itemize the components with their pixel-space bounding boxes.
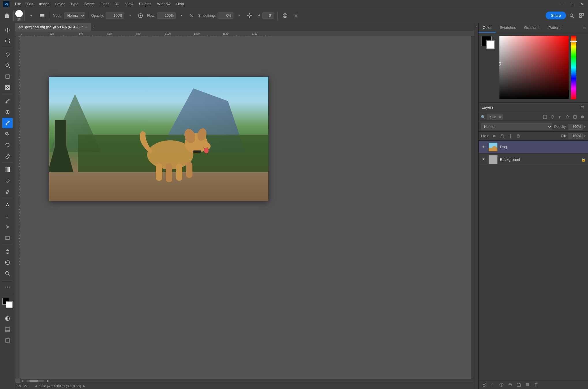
vertical-scrollbar[interactable]	[471, 36, 474, 379]
background-color-box[interactable]	[486, 40, 495, 49]
brush-tool[interactable]	[2, 118, 13, 128]
filter-shape-icon[interactable]	[564, 114, 571, 120]
menu-edit[interactable]: Edit	[25, 1, 35, 7]
hue-slider[interactable]	[571, 36, 576, 99]
marquee-tool[interactable]	[2, 36, 13, 46]
filter-dot-button[interactable]	[579, 114, 586, 120]
tab-swatches[interactable]: Swatches	[496, 23, 520, 33]
home-button[interactable]	[2, 11, 12, 20]
more-tools-button[interactable]	[2, 282, 13, 292]
quick-mask-button[interactable]	[2, 313, 13, 324]
maximize-button[interactable]: □	[568, 0, 576, 8]
canvas-viewport[interactable]	[20, 36, 471, 379]
healing-brush-tool[interactable]	[2, 107, 13, 117]
blend-mode-select[interactable]: Normal	[481, 123, 552, 130]
layer-visibility-eye[interactable]: 👁	[481, 144, 486, 150]
opacity-input[interactable]	[106, 12, 124, 19]
search-icon[interactable]	[568, 12, 576, 20]
menu-view[interactable]: View	[123, 1, 136, 7]
mode-select[interactable]: Normal	[64, 12, 85, 19]
layer-visibility-eye[interactable]: 👁	[481, 157, 486, 162]
layers-search-icon[interactable]: 🔍	[481, 115, 486, 119]
create-group-button[interactable]	[516, 381, 522, 388]
crop-tool[interactable]	[2, 71, 13, 82]
horizontal-scrollbar[interactable]: ◀ ▶	[20, 379, 474, 383]
delete-layer-button[interactable]	[533, 381, 539, 388]
dodge-tool[interactable]	[2, 186, 13, 197]
settings-icon[interactable]	[245, 11, 254, 20]
wand-tool[interactable]	[2, 60, 13, 71]
close-button[interactable]: ✕	[578, 0, 586, 8]
smoothing-input[interactable]	[218, 12, 233, 19]
menu-file[interactable]: File	[13, 1, 23, 7]
opacity-chevron-icon[interactable]: ▾	[584, 125, 586, 129]
brush-picker-button[interactable]: 26	[13, 10, 25, 21]
blur-tool[interactable]	[2, 175, 13, 186]
color-panel-menu-icon[interactable]	[581, 25, 588, 31]
create-layer-button[interactable]	[524, 381, 531, 388]
menu-window[interactable]: Window	[155, 1, 173, 7]
fill-value-input[interactable]	[568, 133, 583, 139]
opacity-chevron-icon[interactable]: ▾	[126, 12, 134, 20]
flow-chevron-icon[interactable]: ▾	[177, 12, 186, 20]
link-layers-button[interactable]	[481, 381, 487, 388]
artboard-tool[interactable]	[2, 335, 13, 346]
menu-filter[interactable]: Filter	[98, 1, 111, 7]
color-gradient-picker[interactable]	[499, 36, 569, 99]
status-prev-button[interactable]: ◀	[34, 384, 38, 388]
layer-item[interactable]: 👁 Background 🔒	[479, 153, 588, 166]
type-tool[interactable]: T	[2, 211, 13, 221]
lasso-tool[interactable]	[2, 49, 13, 60]
eyedropper-tool[interactable]	[2, 96, 13, 106]
filter-smart-icon[interactable]	[572, 114, 578, 120]
lock-position-button[interactable]	[507, 133, 514, 139]
target-icon[interactable]	[280, 11, 290, 20]
smoothing-chevron-icon[interactable]: ▾	[235, 12, 243, 20]
lock-all-button[interactable]	[515, 133, 522, 139]
fill-chevron-icon[interactable]: ▾	[584, 134, 586, 138]
document-tab[interactable]: edu.gcfglobal.org.psd @ 59.4% (RGB/8) * …	[15, 23, 91, 31]
add-style-button[interactable]: f	[490, 381, 496, 388]
brush-preset-button[interactable]	[38, 11, 47, 20]
angle-input[interactable]	[262, 12, 274, 19]
canvas-image[interactable]	[49, 77, 268, 201]
tab-patterns[interactable]: Patterns	[544, 23, 566, 33]
rotate-view-tool[interactable]	[2, 257, 13, 268]
status-next-button[interactable]: ▶	[82, 384, 86, 388]
layout-icon[interactable]	[578, 12, 586, 20]
gradient-tool[interactable]	[2, 164, 13, 175]
add-mask-button[interactable]	[498, 381, 505, 388]
background-color[interactable]	[6, 301, 13, 308]
layers-kind-select[interactable]: Kind	[487, 114, 503, 120]
share-button[interactable]: Share	[546, 12, 566, 19]
opacity-value-input[interactable]	[568, 124, 583, 130]
hand-tool[interactable]	[2, 246, 13, 257]
lock-transparent-button[interactable]	[491, 133, 497, 139]
close-tab-button[interactable]: ×	[85, 25, 87, 29]
color-swatches[interactable]	[2, 298, 13, 308]
menu-image[interactable]: Image	[37, 1, 52, 7]
filter-pixel-icon[interactable]	[542, 114, 548, 120]
menu-help[interactable]: Help	[174, 1, 186, 7]
pen-tool[interactable]	[2, 200, 13, 210]
erase-airbrush-button[interactable]	[187, 11, 196, 20]
screen-mode-button[interactable]	[2, 324, 13, 335]
symmetry-icon[interactable]	[291, 11, 301, 20]
menu-3d[interactable]: 3D	[112, 1, 122, 7]
zoom-tool[interactable]	[2, 268, 13, 279]
menu-plugins[interactable]: Plugins	[137, 1, 154, 7]
scroll-right-button[interactable]: ▶	[46, 379, 50, 383]
menu-type[interactable]: Type	[68, 1, 81, 7]
filter-type-icon[interactable]: T	[557, 114, 563, 120]
layer-item[interactable]: 👁 Dog	[479, 141, 588, 153]
scroll-left-button[interactable]: ◀	[20, 379, 24, 383]
airbrush-button[interactable]	[136, 11, 145, 20]
color-fg-bg-pair[interactable]	[482, 36, 497, 51]
flow-input[interactable]	[157, 12, 176, 19]
eraser-tool[interactable]	[2, 151, 13, 161]
move-tool[interactable]	[2, 25, 13, 35]
minimize-button[interactable]: ─	[558, 0, 566, 8]
collapse-right-arrow[interactable]: »	[92, 25, 94, 29]
clone-stamp-tool[interactable]	[2, 129, 13, 139]
tab-gradients[interactable]: Gradients	[520, 23, 544, 33]
